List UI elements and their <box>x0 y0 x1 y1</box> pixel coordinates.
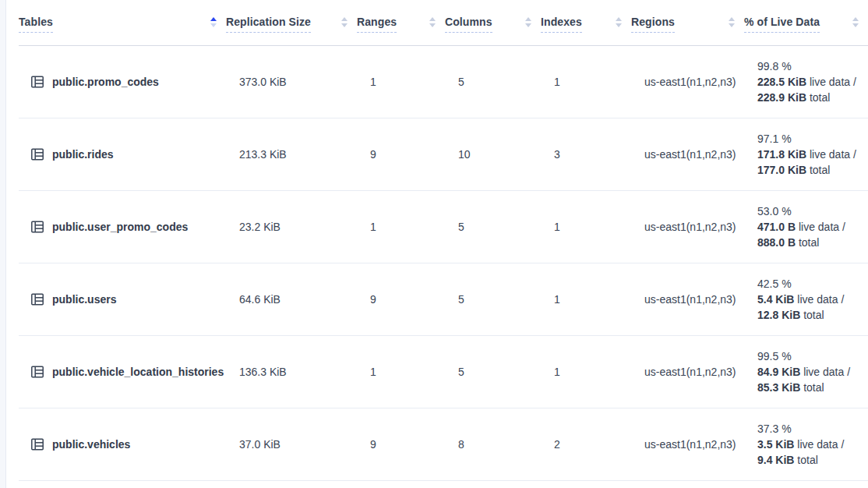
sort-arrows-icon[interactable] <box>341 17 348 27</box>
table-header-row: Tables Replication Size Ranges Colu <box>19 0 868 45</box>
table-grid-icon <box>30 364 45 380</box>
sort-down-arrow-icon <box>210 23 217 27</box>
table-name-link[interactable]: public.vehicle_location_histories <box>52 366 224 378</box>
live-data-size-line: 5.4 KiB live data / <box>757 292 862 307</box>
indexes-cell: 3 <box>541 118 631 190</box>
table-header: Tables Replication Size Ranges Colu <box>19 0 868 45</box>
total-size-line: 85.3 KiB total <box>757 380 862 395</box>
indexes-cell: 1 <box>541 45 631 118</box>
replication-size-cell: 23.2 KiB <box>226 190 357 263</box>
ranges-cell: 1 <box>357 335 445 408</box>
regions-cell: us-east1(n1,n2,n3) <box>631 408 744 480</box>
indexes-cell: 1 <box>541 190 631 263</box>
table-body: public.promo_codes 373.0 KiB 1 5 1 us-ea… <box>19 45 868 480</box>
column-header[interactable]: Ranges <box>357 0 445 45</box>
sort-arrows-icon[interactable] <box>852 17 859 27</box>
live-data-cell: 53.0 % 471.0 B live data / 888.0 B total <box>744 190 868 263</box>
regions-cell: us-east1(n1,n2,n3) <box>631 45 744 118</box>
column-header-label[interactable]: Columns <box>445 16 492 33</box>
column-header-label[interactable]: Indexes <box>541 16 582 33</box>
table-row[interactable]: public.promo_codes 373.0 KiB 1 5 1 us-ea… <box>19 45 868 118</box>
column-header-label[interactable]: Tables <box>19 16 53 33</box>
sort-up-arrow-icon <box>616 17 622 21</box>
tables-list-container: Tables Replication Size Ranges Colu <box>19 0 868 481</box>
indexes-cell: 1 <box>541 263 631 335</box>
sort-arrows-icon[interactable] <box>210 17 217 27</box>
sort-arrows-icon[interactable] <box>429 17 436 27</box>
sort-down-arrow-icon <box>729 23 735 27</box>
column-header[interactable]: Regions <box>631 0 744 45</box>
table-grid-icon <box>30 437 45 452</box>
live-data-size-line: 471.0 B live data / <box>757 219 862 235</box>
sort-down-arrow-icon <box>429 23 436 27</box>
columns-cell: 5 <box>445 45 541 118</box>
sort-down-arrow-icon <box>616 23 622 27</box>
table-name-link[interactable]: public.user_promo_codes <box>52 221 188 233</box>
column-header-label[interactable]: % of Live Data <box>744 16 820 33</box>
live-data-cell: 42.5 % 5.4 KiB live data / 12.8 KiB tota… <box>744 263 868 335</box>
live-data-cell: 37.3 % 3.5 KiB live data / 9.4 KiB total <box>744 408 868 480</box>
ranges-cell: 9 <box>357 263 445 335</box>
ranges-cell: 9 <box>357 118 445 190</box>
live-data-percent: 42.5 % <box>757 276 862 292</box>
table-grid-icon <box>30 147 45 162</box>
regions-cell: us-east1(n1,n2,n3) <box>631 190 744 263</box>
total-size-line: 177.0 KiB total <box>757 162 862 178</box>
column-header-label[interactable]: Regions <box>631 16 675 33</box>
sort-arrows-icon[interactable] <box>616 17 622 27</box>
live-data-percent: 99.5 % <box>757 348 862 364</box>
live-data-cell: 97.1 % 171.8 KiB live data / 177.0 KiB t… <box>744 118 868 190</box>
table-grid-icon <box>30 219 45 235</box>
columns-cell: 5 <box>445 190 541 263</box>
sort-up-arrow-icon <box>341 17 348 21</box>
replication-size-cell: 37.0 KiB <box>226 408 357 480</box>
table-row[interactable]: public.vehicles 37.0 KiB 9 8 2 us-east1(… <box>19 408 868 480</box>
column-header[interactable]: Indexes <box>541 0 631 45</box>
live-data-percent: 53.0 % <box>757 203 862 219</box>
live-data-size-line: 84.9 KiB live data / <box>757 364 862 380</box>
ranges-cell: 1 <box>357 190 445 263</box>
replication-size-cell: 373.0 KiB <box>226 45 357 118</box>
table-name-link[interactable]: public.users <box>52 293 116 306</box>
sort-arrows-icon[interactable] <box>729 17 735 27</box>
database-tables-table: Tables Replication Size Ranges Colu <box>19 0 868 481</box>
column-header[interactable]: Columns <box>445 0 541 45</box>
sort-arrows-icon[interactable] <box>525 17 531 27</box>
table-row[interactable]: public.rides 213.3 KiB 9 10 3 us-east1(n… <box>19 118 868 190</box>
table-grid-icon <box>30 292 45 307</box>
table-row[interactable]: public.vehicle_location_histories 136.3 … <box>19 335 868 408</box>
sort-down-arrow-icon <box>852 23 859 27</box>
column-header[interactable]: % of Live Data <box>744 0 868 45</box>
columns-cell: 5 <box>445 335 541 408</box>
sort-up-arrow-icon <box>525 17 531 21</box>
table-row[interactable]: public.users 64.6 KiB 9 5 1 us-east1(n1,… <box>19 263 868 335</box>
table-name-link[interactable]: public.promo_codes <box>52 76 159 88</box>
table-name-link[interactable]: public.rides <box>52 148 114 161</box>
column-header-label[interactable]: Ranges <box>357 16 397 33</box>
indexes-cell: 1 <box>541 335 631 408</box>
columns-cell: 8 <box>445 408 541 480</box>
total-size-line: 12.8 KiB total <box>757 307 862 323</box>
column-header-label[interactable]: Replication Size <box>226 16 311 33</box>
column-header[interactable]: Tables <box>19 0 226 45</box>
regions-cell: us-east1(n1,n2,n3) <box>631 118 744 190</box>
sort-up-arrow-icon <box>852 17 859 21</box>
replication-size-cell: 136.3 KiB <box>226 335 357 408</box>
live-data-percent: 97.1 % <box>757 131 862 147</box>
replication-size-cell: 213.3 KiB <box>226 118 357 190</box>
sort-down-arrow-icon <box>341 23 348 27</box>
columns-cell: 5 <box>445 263 541 335</box>
ranges-cell: 1 <box>357 45 445 118</box>
column-header[interactable]: Replication Size <box>226 0 357 45</box>
table-row[interactable]: public.user_promo_codes 23.2 KiB 1 5 1 u… <box>19 190 868 263</box>
sort-up-arrow-icon <box>729 17 735 21</box>
page-left-gutter <box>0 0 6 488</box>
table-name-link[interactable]: public.vehicles <box>52 438 130 451</box>
indexes-cell: 2 <box>541 408 631 480</box>
total-size-line: 888.0 B total <box>757 235 862 250</box>
sort-down-arrow-icon <box>525 23 531 27</box>
live-data-percent: 99.8 % <box>757 58 862 74</box>
live-data-size-line: 228.5 KiB live data / <box>757 74 862 90</box>
ranges-cell: 9 <box>357 408 445 480</box>
replication-size-cell: 64.6 KiB <box>226 263 357 335</box>
